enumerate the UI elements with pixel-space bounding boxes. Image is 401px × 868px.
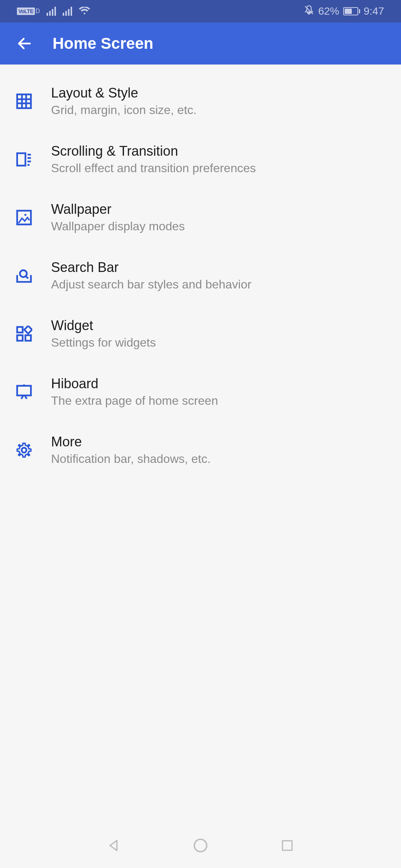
widget-icon — [15, 325, 33, 343]
app-bar: Home Screen — [0, 23, 401, 65]
battery-icon — [343, 7, 360, 15]
setting-subtitle: Scroll effect and transition preferences — [51, 161, 386, 175]
setting-title: Layout & Style — [51, 85, 386, 101]
nav-home-button[interactable] — [190, 835, 211, 856]
status-right: 62% 9:47 — [304, 5, 384, 18]
svg-point-22 — [22, 448, 27, 452]
hiboard-icon — [15, 383, 33, 401]
setting-subtitle: Wallpaper display modes — [51, 219, 386, 233]
setting-item-widget[interactable]: Widget Settings for widgets — [0, 305, 401, 363]
svg-rect-17 — [24, 326, 32, 333]
setting-title: More — [51, 434, 386, 450]
setting-subtitle: Adjust search bar styles and behavior — [51, 278, 386, 291]
svg-rect-15 — [17, 335, 23, 341]
setting-subtitle: Settings for widgets — [51, 336, 386, 350]
search-icon — [15, 267, 33, 285]
setting-title: Wallpaper — [51, 201, 386, 217]
setting-item-scrolling-transition[interactable]: Scrolling & Transition Scroll effect and… — [0, 130, 401, 188]
back-button[interactable] — [15, 34, 34, 53]
clock: 9:47 — [364, 5, 384, 17]
grid-icon — [15, 92, 33, 110]
svg-rect-14 — [17, 327, 23, 332]
setting-title: Search Bar — [51, 260, 386, 275]
setting-subtitle: The extra page of home screen — [51, 394, 386, 408]
signal-icon — [63, 7, 72, 16]
setting-item-search-bar[interactable]: Search Bar Adjust search bar styles and … — [0, 246, 401, 305]
square-icon — [280, 838, 294, 853]
circle-icon — [192, 837, 209, 854]
arrow-left-icon — [16, 35, 33, 52]
setting-title: Widget — [51, 318, 386, 333]
svg-rect-5 — [17, 153, 26, 165]
nav-back-button[interactable] — [104, 835, 124, 856]
svg-rect-0 — [17, 94, 31, 108]
navigation-bar — [0, 823, 401, 868]
mute-icon — [304, 5, 314, 18]
svg-point-12 — [20, 270, 27, 277]
setting-item-hiboard[interactable]: Hiboard The extra page of home screen — [0, 363, 401, 421]
status-bar: VoLTED 62% 9:47 — [0, 0, 401, 23]
page-title: Home Screen — [53, 35, 153, 53]
signal-icon — [47, 7, 56, 16]
wifi-icon — [79, 7, 90, 16]
settings-list: Layout & Style Grid, margin, icon size, … — [0, 65, 401, 479]
wallpaper-icon — [15, 209, 33, 227]
setting-title: Scrolling & Transition — [51, 143, 386, 159]
svg-rect-16 — [26, 335, 31, 341]
setting-item-more[interactable]: More Notification bar, shadows, etc. — [0, 421, 401, 479]
setting-subtitle: Notification bar, shadows, etc. — [51, 452, 386, 466]
setting-title: Hiboard — [51, 376, 386, 392]
svg-rect-18 — [17, 386, 31, 395]
battery-percent: 62% — [318, 5, 339, 17]
volte-indicator: VoLTED — [17, 8, 40, 15]
status-left: VoLTED — [17, 7, 90, 16]
nav-recent-button[interactable] — [277, 835, 297, 856]
triangle-left-icon — [106, 838, 121, 853]
setting-subtitle: Grid, margin, icon size, etc. — [51, 103, 386, 117]
svg-line-13 — [26, 276, 29, 278]
setting-item-wallpaper[interactable]: Wallpaper Wallpaper display modes — [0, 188, 401, 246]
setting-item-layout-style[interactable]: Layout & Style Grid, margin, icon size, … — [0, 72, 401, 130]
svg-rect-24 — [282, 841, 292, 850]
svg-point-23 — [194, 839, 207, 852]
svg-point-11 — [24, 213, 27, 216]
gear-icon — [15, 441, 33, 459]
scroll-icon — [15, 150, 33, 168]
